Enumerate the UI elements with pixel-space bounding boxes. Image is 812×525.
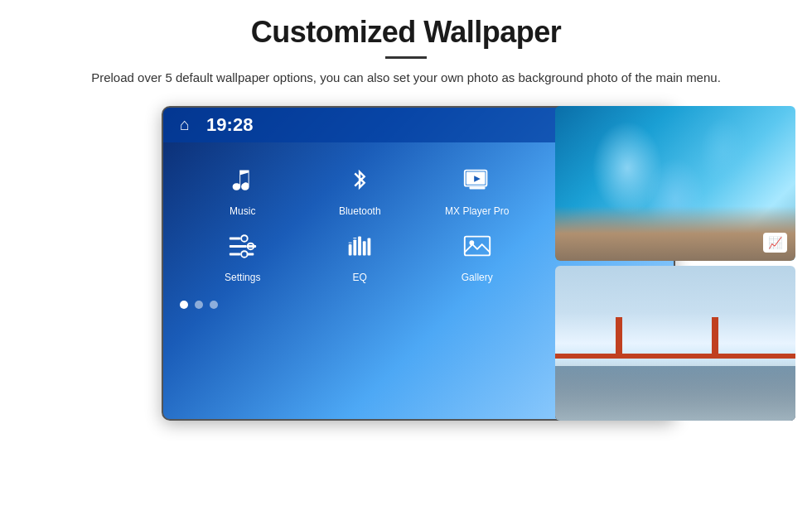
settings-label: Settings	[225, 272, 260, 283]
home-icon[interactable]: ⌂	[180, 115, 190, 134]
app-eq[interactable]: EQ	[306, 225, 415, 283]
video-icon	[457, 159, 498, 200]
svg-point-7	[241, 235, 248, 242]
app-settings[interactable]: Settings	[188, 225, 297, 283]
mxplayer-label: MX Player Pro	[445, 205, 509, 217]
side-images-panel: 📈	[555, 106, 795, 421]
eq-label: EQ	[353, 272, 367, 283]
gallery-label: Gallery	[462, 272, 493, 283]
svg-rect-12	[349, 244, 352, 255]
page-description: Preload over 5 default wallpaper options…	[50, 69, 762, 88]
ice-cave-image: 📈	[555, 106, 795, 261]
music-icon	[222, 159, 263, 200]
svg-rect-4	[230, 237, 240, 239]
ice-cave-inner	[555, 106, 795, 261]
svg-rect-5	[230, 245, 247, 248]
app-bluetooth[interactable]: Bluetooth	[306, 159, 415, 217]
dot-2[interactable]	[195, 301, 203, 309]
svg-rect-13	[354, 239, 357, 255]
svg-rect-6	[230, 253, 240, 255]
svg-rect-19	[465, 236, 490, 255]
music-label: Music	[230, 205, 255, 217]
page-dots	[180, 301, 218, 309]
bridge-image	[555, 266, 795, 421]
svg-rect-11	[247, 253, 254, 255]
bluetooth-icon	[339, 159, 380, 200]
page-header: Customized Wallpaper Preload over 5 defa…	[0, 0, 812, 98]
app-gallery[interactable]: Gallery	[423, 225, 532, 283]
settings-icon	[222, 225, 263, 267]
svg-rect-16	[368, 238, 371, 255]
gallery-icon	[457, 225, 498, 267]
svg-point-9	[241, 251, 248, 258]
page-title: Customized Wallpaper	[50, 15, 762, 50]
svg-rect-10	[247, 245, 256, 248]
dot-1[interactable]	[180, 301, 188, 309]
bluetooth-label: Bluetooth	[339, 205, 381, 217]
svg-rect-14	[358, 236, 361, 255]
dot-3[interactable]	[210, 301, 218, 309]
bridge-fog	[555, 359, 795, 421]
title-divider	[385, 56, 427, 59]
eq-icon	[339, 225, 380, 267]
rocks-ground	[555, 206, 795, 260]
time-display: 19:28	[206, 114, 253, 136]
svg-rect-15	[363, 241, 366, 255]
bridge-tower1	[616, 317, 622, 359]
svg-rect-2	[469, 186, 485, 189]
trend-badge: 📈	[763, 233, 787, 253]
app-mxplayer[interactable]: MX Player Pro	[423, 159, 532, 217]
bridge-tower2	[712, 317, 718, 359]
app-music[interactable]: Music	[188, 159, 297, 217]
content-area: ⌂ 19:28 ↩ Music Blue	[0, 106, 812, 421]
